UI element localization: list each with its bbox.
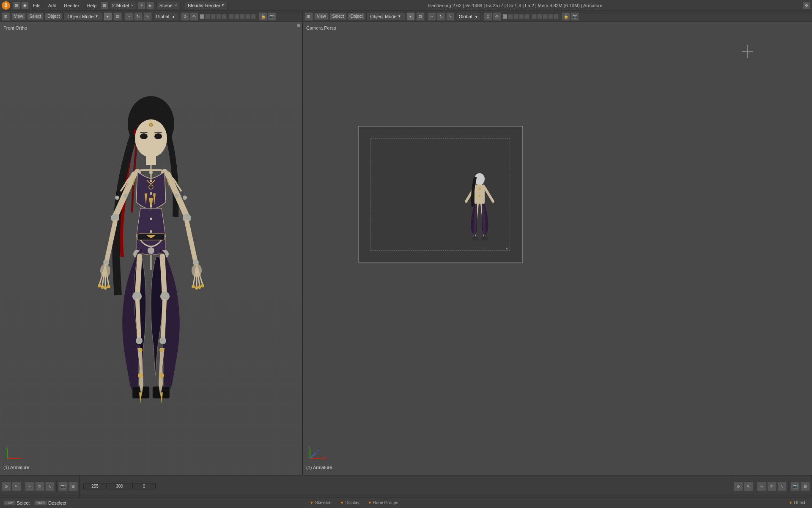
- r-layer-btn-1[interactable]: [502, 14, 508, 19]
- object-menu-btn-left[interactable]: Object: [45, 13, 62, 20]
- r-layer-btn-10[interactable]: [554, 14, 559, 19]
- menu-file[interactable]: File: [30, 2, 44, 9]
- r-mesh-type-icon[interactable]: ⊙: [734, 482, 743, 491]
- r-layer-btn-9[interactable]: [548, 14, 553, 19]
- status-bar: LMB Select RMB Deselect ▼ Skeleton ▼ Dis…: [0, 497, 812, 508]
- viewport-shading-wire-right[interactable]: ⊡: [416, 12, 425, 21]
- scale-tool[interactable]: ⤡: [45, 482, 55, 491]
- r-layer-btn-3[interactable]: [513, 14, 518, 19]
- viewport-shading-wire-left[interactable]: ⊡: [113, 12, 122, 21]
- layer-btn-4[interactable]: [216, 14, 221, 19]
- r-layer-btn-6[interactable]: [532, 14, 537, 19]
- snap-icon-right[interactable]: ⊙: [484, 12, 492, 21]
- select-menu-btn-left[interactable]: Select: [27, 13, 44, 20]
- snap-icon-left[interactable]: ⊙: [181, 12, 189, 21]
- scene-selector[interactable]: Scene ✕: [156, 2, 181, 9]
- lock-icon-right[interactable]: 🔒: [562, 12, 570, 21]
- select-menu-btn-right[interactable]: Select: [330, 13, 347, 20]
- rotate-icon-left[interactable]: ↻: [134, 12, 143, 21]
- r-layer-btn-5[interactable]: [524, 14, 529, 19]
- r-layer-btn-2[interactable]: [508, 14, 513, 19]
- svg-text:Y: Y: [5, 447, 8, 450]
- rotate-tool[interactable]: ↻: [35, 482, 44, 491]
- r-rotate-tool[interactable]: ↻: [767, 482, 776, 491]
- layer-btn-5[interactable]: [222, 14, 227, 19]
- svg-point-31: [136, 337, 143, 344]
- ghost-section: ▼ Ghost: [788, 500, 805, 505]
- r-scale-tool[interactable]: ⤡: [777, 482, 787, 491]
- workspace-add-icon[interactable]: +: [138, 2, 145, 9]
- mesh-type-icon[interactable]: ⊙: [2, 482, 11, 491]
- r-move-tool[interactable]: ↔: [757, 482, 766, 491]
- r-local-view-btn[interactable]: ⊞: [801, 482, 810, 491]
- workspace-close-icon[interactable]: ✕: [131, 3, 134, 8]
- move-icon-left[interactable]: ↔: [125, 12, 133, 21]
- layer-btn-10[interactable]: [251, 14, 256, 19]
- proportional-edit-left[interactable]: ◎: [190, 12, 198, 21]
- screen-layout-icon[interactable]: ⊞: [13, 2, 20, 9]
- left-viewport[interactable]: Front Ortho: [0, 22, 303, 475]
- scale-icon-left[interactable]: ⤡: [143, 12, 152, 21]
- local-view-btn[interactable]: ⊞: [69, 482, 78, 491]
- layer-btn-2[interactable]: [205, 14, 210, 19]
- mode-selector-left[interactable]: Object Mode ▼: [63, 13, 102, 20]
- coord-z[interactable]: 0: [132, 483, 156, 489]
- svg-point-22: [201, 284, 204, 287]
- object-menu-btn-right[interactable]: Object: [348, 13, 365, 20]
- global-selector-right[interactable]: Global ▼: [456, 13, 481, 20]
- user-prefs-icon[interactable]: ⚙: [803, 2, 810, 9]
- mode-name-left: Object Mode: [67, 14, 93, 19]
- r-layer-btn-4[interactable]: [519, 14, 524, 19]
- svg-line-59: [485, 188, 493, 202]
- move-tool[interactable]: ↔: [25, 482, 34, 491]
- svg-point-21: [192, 264, 202, 277]
- layer-btn-9[interactable]: [245, 14, 250, 19]
- proportional-edit-right[interactable]: ◎: [493, 12, 501, 21]
- menu-add[interactable]: Add: [45, 2, 60, 9]
- layer-btn-3[interactable]: [211, 14, 216, 19]
- r-layer-btn-7[interactable]: [537, 14, 542, 19]
- camera-persp-btn[interactable]: 📷: [58, 482, 68, 491]
- svg-point-18: [107, 285, 110, 288]
- view3d-type-icon[interactable]: ⊞: [2, 12, 10, 21]
- layer-btn-1[interactable]: [200, 14, 205, 19]
- svg-rect-64: [472, 237, 479, 240]
- r-layer-btn-8[interactable]: [543, 14, 548, 19]
- right-viewport[interactable]: Camera Persp: [303, 22, 812, 475]
- skeleton-label: Skeleton: [315, 500, 332, 505]
- view3d-type-icon-right[interactable]: ⊞: [304, 12, 313, 21]
- mode-selector-right[interactable]: Object Mode ▼: [366, 13, 405, 20]
- rotate-icon-right[interactable]: ↻: [437, 12, 445, 21]
- r-cursor-icon[interactable]: ↖: [744, 482, 753, 491]
- lock-icon-left[interactable]: 🔒: [259, 12, 267, 21]
- coord-y[interactable]: 300: [108, 483, 131, 489]
- scale-icon-right[interactable]: ⤡: [446, 12, 455, 21]
- layer-btn-7[interactable]: [234, 14, 239, 19]
- menu-help[interactable]: Help: [83, 2, 100, 9]
- render-engine-selector[interactable]: Blender Render ▼: [185, 2, 228, 9]
- camera-persp-label: Camera Persp: [306, 25, 336, 30]
- camera-icon-right[interactable]: 📷: [571, 12, 579, 21]
- cursor-icon[interactable]: ↖: [12, 482, 21, 491]
- global-selector-left[interactable]: Global ▼: [153, 13, 178, 20]
- scene-close-icon[interactable]: ✕: [174, 3, 178, 8]
- viewport-shading-solid-right[interactable]: ●: [406, 12, 415, 21]
- workspace-selector[interactable]: 2-Model ✕: [109, 2, 137, 9]
- svg-point-66: [478, 188, 481, 190]
- layer-btn-6[interactable]: [229, 14, 234, 19]
- layer-btn-8[interactable]: [240, 14, 245, 19]
- menu-render[interactable]: Render: [60, 2, 82, 9]
- workspace-icon[interactable]: ⊞: [101, 2, 108, 9]
- viewport-shading-solid-left[interactable]: ●: [104, 12, 112, 21]
- svg-point-16: [101, 285, 104, 289]
- move-icon-right[interactable]: ↔: [428, 12, 436, 21]
- scene-icon[interactable]: ◈: [146, 2, 154, 9]
- svg-point-4: [140, 133, 148, 139]
- render-icon[interactable]: ◉: [21, 2, 29, 9]
- view-menu-btn-right[interactable]: View: [314, 13, 329, 20]
- view-menu-btn[interactable]: View: [11, 13, 26, 20]
- display-highlight: ▼: [340, 500, 344, 505]
- coord-x[interactable]: 255: [83, 483, 107, 489]
- camera-icon-left[interactable]: 📷: [268, 12, 276, 21]
- r-camera-btn[interactable]: 📷: [790, 482, 800, 491]
